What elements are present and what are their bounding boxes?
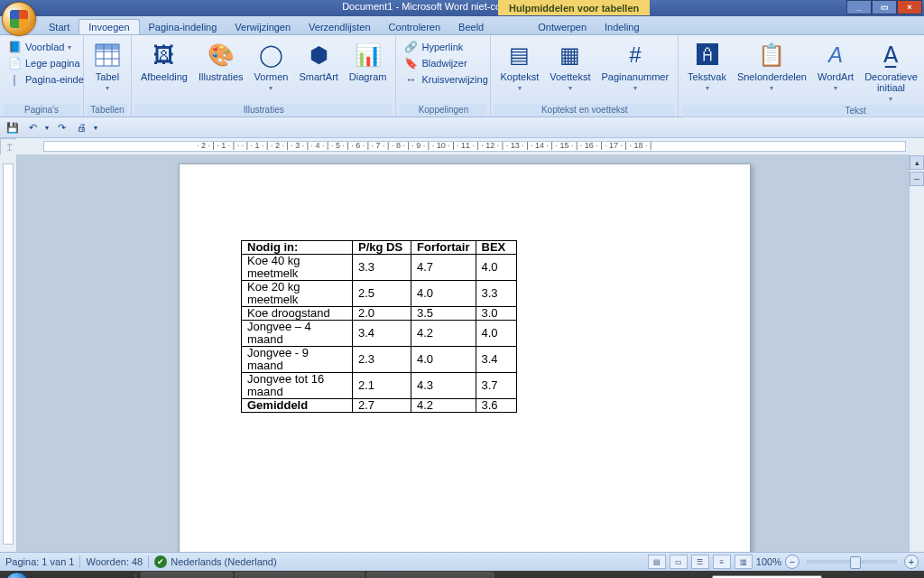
maximize-button[interactable]: ▭ [872,0,897,14]
taskbar-item-documenten[interactable]: 📁Documenten [141,572,233,578]
statusbar: Pagina: 1 van 1 Woorden: 48 ✔ Nederlands… [0,552,924,571]
pagina-einde-button[interactable]: ｜Pagina-einde [5,71,86,88]
snelonderdelen-button[interactable]: 📋Snelonderdelen [734,39,810,94]
taskbar: 🗂 ▶ ▭ 📁Documenten 📊Microsoft PowerPoi...… [0,571,924,578]
print-preview-icon[interactable]: 🖨 [74,120,88,135]
document-area: ▴ ─ Nodig in: P/kg DS Forfortair BEX Koe… [0,154,924,552]
horizontal-ruler[interactable]: · 2 · | · 1 · | · · | · 1 · | · 2 · | · … [16,138,924,155]
table-row: Jongvee – 4 maand3.44.24.0 [242,321,517,347]
office-button[interactable] [2,2,36,36]
quicklaunch-desktop[interactable]: ▭ [100,572,131,578]
tab-beeld[interactable]: Beeld [449,20,493,34]
table-row: Jongvee - 9 maand2.34.03.4 [242,347,517,373]
quickparts-icon: 📋 [757,41,786,70]
kruisverwijzing-button[interactable]: ↔Kruisverwijzing [402,71,489,88]
wordart-button[interactable]: AWordArt [814,39,857,94]
wordart-icon: A [821,41,850,70]
scroll-up-icon[interactable]: ▴ [910,155,924,170]
table-icon [93,41,122,70]
svg-rect-5 [96,44,119,50]
document-table[interactable]: Nodig in: P/kg DS Forfortair BEX Koe 40 … [241,240,517,413]
afbeelding-button[interactable]: 🖼Afbeelding [137,39,191,84]
ruler-corner: ⌶ [0,138,18,156]
tab-ontwerpen[interactable]: Ontwerpen [529,20,596,34]
undo-icon[interactable]: ↶ [25,120,40,135]
tab-controleren[interactable]: Controleren [380,20,449,34]
chart-icon: 📊 [354,41,383,70]
voorblad-button[interactable]: 📘Voorblad [5,39,73,55]
word-count[interactable]: Woorden: 48 [86,556,143,567]
tab-start[interactable]: Start [40,20,79,34]
view-outline-icon[interactable]: ≡ [713,555,731,569]
header-icon: ▤ [505,41,534,70]
minimize-button[interactable]: _ [846,0,872,14]
ribbon-tabs: Start Invoegen Pagina-indeling Verwijzin… [0,16,924,35]
page-status[interactable]: Pagina: 1 van 1 [5,556,74,567]
table-row: Koe 40 kg meetmelk3.34.74.0 [242,255,517,281]
dropcap-icon: A̲ [876,41,905,70]
taskbar-item-word[interactable]: 📄Document1 - Micro... [366,572,494,578]
vertical-ruler[interactable] [0,154,17,552]
voettekst-button[interactable]: ▦Voettekst [546,39,594,94]
quicklaunch-media[interactable]: ▶ [68,572,98,578]
lege-pagina-button[interactable]: 📄Lege pagina [5,55,82,71]
zoom-level[interactable]: 100% [756,556,781,567]
titlebar: Document1 - Microsoft Word niet-commerci… [0,0,924,16]
tab-invoegen[interactable]: Invoegen [79,19,139,34]
crossref-icon: ↔ [403,72,418,87]
view-draft-icon[interactable]: ▥ [735,555,753,569]
close-button[interactable]: × [897,0,922,14]
tab-indeling[interactable]: Indeling [596,20,649,34]
tab-pagina-indeling[interactable]: Pagina-indeling [140,20,226,34]
taskbar-item-powerpoint[interactable]: 📊Microsoft PowerPoi... [235,572,365,578]
clipart-icon: 🎨 [207,41,236,70]
paginanummer-button[interactable]: #Paginanummer [598,39,673,94]
table-row: Gemiddeld2.74.23.6 [242,399,517,413]
blank-page-icon: 📄 [7,56,22,70]
split-icon[interactable]: ─ [910,172,924,186]
start-button[interactable] [0,571,34,578]
vormen-button[interactable]: ◯Vormen [251,39,292,94]
context-tab-title: Hulpmiddelen voor tabellen [498,0,650,15]
language-status[interactable]: Nederlands (Nederland) [171,556,276,567]
group-illustraties: Illustraties [135,104,392,117]
view-web-icon[interactable]: ☰ [691,555,709,569]
koptekst-button[interactable]: ▤Koptekst [496,39,542,94]
decoratieve-initiaal-button[interactable]: A̲Decoratieve initiaal [861,39,921,105]
save-icon[interactable]: 💾 [5,120,20,135]
redo-icon[interactable]: ↷ [54,120,69,135]
hyperlink-button[interactable]: 🔗Hyperlink [402,39,465,55]
shapes-icon: ◯ [256,41,285,70]
view-print-layout-icon[interactable]: ▤ [648,555,666,569]
quick-access-toolbar: 💾 ↶ ▾ ↷ 🖨 ▾ [0,117,924,138]
diagram-button[interactable]: 📊Diagram [346,39,391,84]
bookmark-icon: 🔖 [403,56,418,70]
zoom-slider[interactable] [807,560,897,564]
tab-verwijzingen[interactable]: Verwijzingen [226,20,300,34]
smartart-button[interactable]: ⬢SmartArt [295,39,341,84]
tab-verzendlijsten[interactable]: Verzendlijsten [300,20,380,34]
group-tabellen: Tabellen [88,104,127,117]
table-header-row: Nodig in: P/kg DS Forfortair BEX [242,241,517,255]
table-row: Jongvee tot 16 maand2.14.33.7 [242,373,517,399]
hyperlink-icon: 🔗 [403,40,418,54]
table-row: Koe 20 kg meetmelk2.54.03.3 [242,281,517,307]
page[interactable]: Nodig in: P/kg DS Forfortair BEX Koe 40 … [179,163,751,552]
view-fullscreen-icon[interactable]: ▭ [670,555,688,569]
page-break-icon: ｜ [7,72,22,87]
zoom-in-button[interactable]: + [904,555,919,569]
vertical-scrollbar[interactable]: ▴ ─ [909,154,924,552]
cover-page-icon: 📘 [7,40,22,54]
zoom-out-button[interactable]: − [785,555,799,569]
pagenum-icon: # [621,41,650,70]
bladwijzer-button[interactable]: 🔖Bladwijzer [402,55,468,71]
textbox-icon: 🅰 [693,41,722,70]
picture-icon: 🖼 [150,41,179,70]
clipart-button[interactable]: 🎨Illustraties [195,39,247,84]
quicklaunch-explorer[interactable]: 🗂 [35,572,66,578]
tekstvak-button[interactable]: 🅰Tekstvak [684,39,730,94]
proofing-icon[interactable]: ✔ [154,555,167,568]
tabel-button[interactable]: Tabel [89,39,125,94]
group-paginas: Pagina's [4,104,79,117]
table-row: Koe droogstand2.03.53.0 [242,307,517,321]
